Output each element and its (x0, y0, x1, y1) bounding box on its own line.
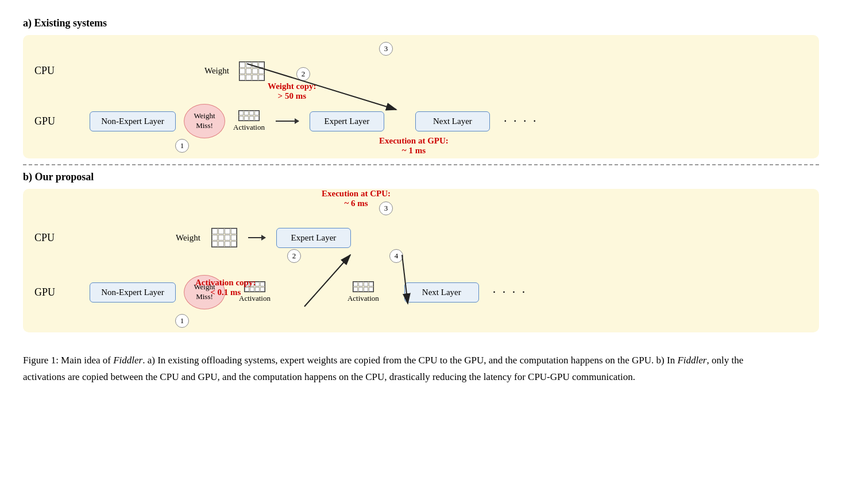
circle-4-b: 4 (389, 249, 403, 263)
weight-label-a: Weight (204, 66, 229, 76)
section-a-title: a) Existing systems (23, 17, 819, 29)
caption-text-2: . a) In existing offloading systems, exp… (142, 355, 677, 366)
arrow-to-expert-a (276, 121, 299, 122)
diagram-section-b: Execution at CPU: ~ 6 ms CPU Weight Expe… (23, 189, 819, 332)
non-expert-layer-a: Non-Expert Layer (90, 111, 176, 131)
weight-miss-a: WeightMiss! (184, 104, 225, 138)
circle-2-a: 2 (296, 67, 310, 81)
cpu-row-a: CPU Weight 2 Weight copy: > 50 ms (34, 46, 808, 95)
weight-label-b: Weight (176, 233, 200, 243)
cpu-row-b: CPU Weight Expert Layer (34, 212, 808, 263)
circle-2-b: 2 (287, 249, 301, 263)
gpu-label-b: GPU (34, 286, 80, 298)
weight-grid-b (211, 228, 237, 247)
circle-1-a: 1 (175, 139, 189, 153)
expert-layer-a: Expert Layer (310, 111, 384, 131)
figure-caption: Figure 1: Main idea of Fiddler. a) In ex… (23, 352, 770, 386)
circle-1-b: 1 (175, 314, 189, 328)
circle-3-b: 3 (379, 201, 393, 215)
section-b-title: b) Our proposal (23, 171, 819, 183)
caption-text-1: Main idea of (59, 355, 113, 366)
activation-label-a: Activation (233, 123, 265, 132)
circle-3-a: 3 (379, 42, 393, 56)
activation-copy-annotation: Activation copy: < 0.1 ms (195, 278, 256, 297)
figure-label: Figure 1: (23, 355, 59, 366)
gpu-label-a: GPU (34, 115, 80, 127)
caption-fiddler1: Fiddler (113, 355, 142, 366)
dots-b: · · · · (493, 285, 527, 300)
gpu-row-b: GPU Non-Expert Layer WeightMiss! Activat… (34, 263, 808, 321)
activation-grid-b2 (353, 281, 374, 292)
next-layer-a: Next Layer (415, 111, 490, 131)
expert-layer-b: Expert Layer (276, 228, 351, 248)
caption-fiddler2: Fiddler (677, 355, 706, 366)
non-expert-layer-b: Non-Expert Layer (90, 282, 176, 303)
arrow-to-expert-b (248, 237, 265, 238)
activation-label-b2: Activation (347, 294, 379, 303)
cpu-label-b: CPU (34, 232, 80, 244)
dots-a: · · · · (504, 114, 538, 129)
diagram-section-a: CPU Weight 2 Weight copy: > 50 ms GPU (23, 35, 819, 158)
cpu-label-a: CPU (34, 65, 80, 77)
section-divider (23, 164, 819, 165)
activation-grid-a (238, 110, 260, 121)
next-layer-b: Next Layer (404, 282, 479, 303)
execution-gpu-annotation: Execution at GPU: ~ 1 ms (379, 136, 449, 156)
weight-grid-a (239, 61, 265, 81)
